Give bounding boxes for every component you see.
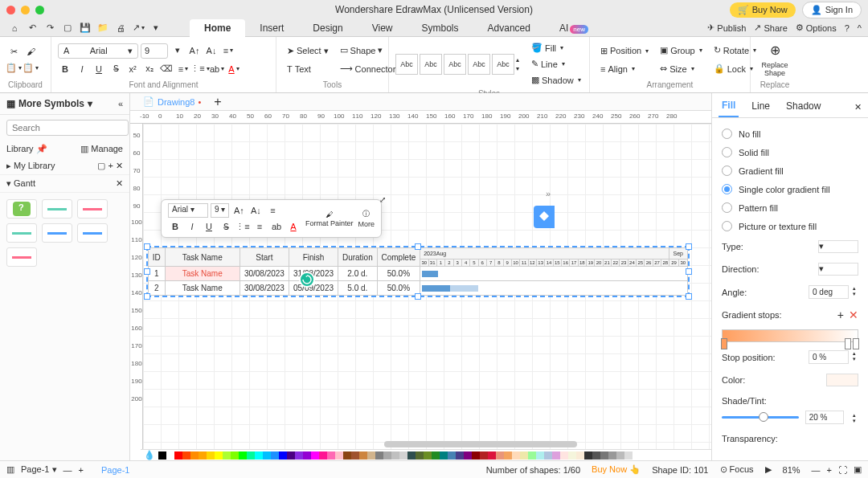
- print-button[interactable]: 🖨: [113, 20, 129, 36]
- underline-button[interactable]: U: [92, 62, 106, 76]
- style-scroll-up[interactable]: ▴: [516, 56, 519, 63]
- gradient-stop-3[interactable]: [853, 338, 859, 349]
- fit-page-button[interactable]: ⛶: [838, 465, 847, 475]
- no-fill-option[interactable]: No fill: [722, 125, 858, 143]
- palette-color[interactable]: [279, 451, 287, 460]
- float-bold[interactable]: B: [168, 219, 182, 234]
- float-numbers[interactable]: ≡: [252, 219, 267, 234]
- float-font-select[interactable]: Arial ▾: [168, 203, 208, 218]
- statusbar-buy-now[interactable]: Buy Now 👆: [592, 464, 641, 475]
- stop-down[interactable]: ▾: [850, 356, 858, 362]
- gradient-fill-option[interactable]: Gradient fill: [722, 161, 858, 180]
- float-bullets[interactable]: ⋮≡: [235, 219, 250, 234]
- tab-view[interactable]: View: [358, 19, 407, 37]
- resize-handle-tr[interactable]: [686, 243, 692, 250]
- gantt-section[interactable]: ▾ Gantt ✕: [0, 175, 129, 193]
- palette-color[interactable]: [424, 451, 432, 460]
- task-name-cell-selected[interactable]: Task Name: [165, 267, 240, 281]
- palette-color[interactable]: [223, 451, 231, 460]
- fullscreen-button[interactable]: ▣: [854, 464, 862, 475]
- options-button[interactable]: ⚙Options: [796, 22, 837, 33]
- angle-input[interactable]: 0 deg: [809, 285, 849, 299]
- palette-color[interactable]: [263, 451, 271, 460]
- collapse-sidebar-button[interactable]: «: [118, 99, 123, 108]
- bullet-list-button[interactable]: ⋮≡: [193, 62, 207, 76]
- superscript-button[interactable]: x²: [125, 62, 140, 76]
- add-stop-button[interactable]: +: [837, 308, 844, 321]
- palette-color[interactable]: [335, 451, 343, 460]
- palette-color[interactable]: [600, 451, 608, 460]
- palette-color[interactable]: [504, 451, 512, 460]
- palette-color[interactable]: [303, 451, 311, 460]
- format-painter-button[interactable]: 🖌: [23, 44, 38, 59]
- fill-tab[interactable]: Fill: [719, 96, 739, 117]
- palette-color[interactable]: [568, 451, 576, 460]
- canvas[interactable]: Arial ▾ 9 ▾ A↑ A↓ ≡ B I U S̶ ⋮≡ ≡: [143, 124, 711, 460]
- gantt-shape-4[interactable]: [6, 223, 37, 243]
- my-library-section[interactable]: ▸ My Library ▢ + ✕: [0, 157, 129, 175]
- font-select[interactable]: AArial▾: [58, 43, 138, 59]
- fill-dropdown[interactable]: 🪣Fill: [527, 40, 585, 55]
- float-align[interactable]: ≡: [265, 203, 280, 218]
- float-highlight[interactable]: ab: [269, 219, 284, 234]
- float-italic[interactable]: I: [185, 219, 199, 234]
- symbol-search-input[interactable]: [6, 120, 129, 136]
- palette-color[interactable]: [520, 451, 528, 460]
- export-button[interactable]: ↗: [130, 20, 146, 36]
- palette-color[interactable]: [391, 451, 399, 460]
- close-window-button[interactable]: [6, 6, 15, 14]
- eyedropper-icon[interactable]: 💧: [144, 450, 155, 460]
- position-button[interactable]: ⊞Position: [596, 43, 653, 59]
- palette-color[interactable]: [351, 451, 359, 460]
- float-underline[interactable]: U: [202, 219, 216, 234]
- sign-in-button[interactable]: 👤 Sign In: [802, 2, 862, 18]
- palette-color[interactable]: [158, 451, 166, 460]
- increase-font-button[interactable]: A↑: [187, 43, 202, 58]
- palette-color[interactable]: [255, 451, 263, 460]
- close-panel-button[interactable]: ✕: [854, 102, 862, 112]
- style-preset-4[interactable]: Abc: [468, 54, 490, 75]
- palette-color[interactable]: [231, 451, 239, 460]
- size-dropdown-button[interactable]: ▾: [170, 43, 185, 58]
- solid-fill-option[interactable]: Solid fill: [722, 143, 858, 161]
- palette-color[interactable]: [166, 451, 174, 460]
- palette-color[interactable]: [295, 451, 303, 460]
- line-tab[interactable]: Line: [748, 97, 773, 116]
- group-button[interactable]: ▣Group: [656, 43, 706, 58]
- float-strike[interactable]: S̶: [219, 219, 233, 234]
- horizontal-scrollbar[interactable]: [384, 441, 577, 447]
- shade-down[interactable]: ▾: [850, 418, 858, 423]
- gantt-shape-3[interactable]: [77, 199, 108, 219]
- decrease-font-button[interactable]: A↓: [204, 43, 219, 58]
- size-button[interactable]: ⇔Size: [656, 61, 706, 76]
- picture-fill-option[interactable]: Picture or texture fill: [722, 217, 858, 235]
- palette-color[interactable]: [207, 451, 215, 460]
- palette-color[interactable]: [271, 451, 279, 460]
- cut-button[interactable]: ✂: [6, 44, 21, 59]
- shade-tint-thumb[interactable]: [759, 412, 768, 422]
- palette-color[interactable]: [616, 451, 624, 460]
- shade-tint-input[interactable]: 20 %: [805, 411, 844, 424]
- gantt-close-button[interactable]: ✕: [116, 178, 123, 188]
- line-dropdown[interactable]: ✎Line: [527, 56, 585, 71]
- tab-home[interactable]: Home: [190, 19, 245, 37]
- palette-color[interactable]: [576, 451, 584, 460]
- palette-color[interactable]: [239, 451, 247, 460]
- palette-color[interactable]: [311, 451, 319, 460]
- resize-handle-ml[interactable]: [144, 268, 150, 275]
- gradient-stops-bar[interactable]: [722, 329, 858, 342]
- gantt-bar-2[interactable]: [422, 285, 478, 292]
- presentation-button[interactable]: ▶: [765, 464, 772, 475]
- minimize-window-button[interactable]: [21, 6, 30, 14]
- bold-button[interactable]: B: [58, 62, 72, 76]
- home-icon[interactable]: ⌂: [6, 20, 23, 36]
- angle-down[interactable]: ▾: [850, 291, 858, 296]
- buy-now-button[interactable]: 🛒 Buy Now: [730, 2, 796, 18]
- palette-color[interactable]: [416, 451, 424, 460]
- paste-button[interactable]: 📋: [23, 60, 38, 75]
- qat-more-button[interactable]: ▾: [148, 20, 164, 36]
- tab-insert[interactable]: Insert: [245, 19, 298, 37]
- palette-color[interactable]: [624, 451, 633, 460]
- subscript-button[interactable]: x₂: [142, 62, 157, 76]
- page-icon[interactable]: ▥: [6, 464, 14, 475]
